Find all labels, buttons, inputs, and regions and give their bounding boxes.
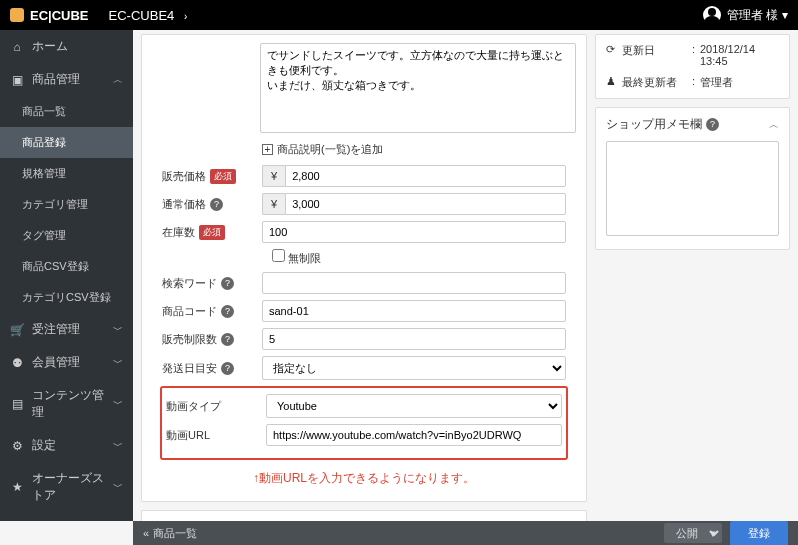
- sidebar-item-category[interactable]: カテゴリ管理: [0, 189, 133, 220]
- description-textarea[interactable]: [260, 43, 576, 133]
- row-price: 販売価格必須 ¥: [152, 165, 576, 187]
- row-video-url: 動画URL: [162, 424, 566, 446]
- sidebar-item-setting[interactable]: ⚙ 設定 ﹀: [0, 429, 133, 462]
- sidebar-item-info[interactable]: ℹ 情報 ﹀: [0, 512, 133, 521]
- center-column: +商品説明(一覧)を追加 販売価格必須 ¥ 通常価格? ¥ 在庫数必須: [141, 30, 587, 521]
- normal-price-input[interactable]: [285, 193, 566, 215]
- chevron-right-icon: ›: [184, 11, 187, 22]
- refresh-icon: ⟳: [606, 43, 622, 67]
- video-url-input[interactable]: [266, 424, 562, 446]
- page-icon: ▤: [10, 397, 24, 411]
- row-stock: 在庫数必須: [152, 221, 576, 243]
- row-video-type: 動画タイプ Youtube: [162, 394, 566, 418]
- currency-addon: ¥: [262, 193, 285, 215]
- search-word-input[interactable]: [262, 272, 566, 294]
- main-container: ⌂ ホーム ▣ 商品管理 ︿ 商品一覧 商品登録 規格管理 カテゴリ管理 タグ管…: [0, 30, 798, 521]
- caret-up-icon: ︿: [769, 118, 779, 132]
- help-icon[interactable]: ?: [221, 362, 234, 375]
- logo-icon: [10, 8, 24, 22]
- caret-down-icon: ﹀: [113, 480, 123, 494]
- help-icon[interactable]: ?: [706, 118, 719, 131]
- code-input[interactable]: [262, 300, 566, 322]
- double-left-icon: «: [143, 527, 149, 539]
- brand-sub[interactable]: EC-CUBE4 ›: [109, 8, 188, 23]
- memo-panel: ショップ用メモ欄 ? ︿: [595, 107, 790, 250]
- gear-icon: ⚙: [10, 439, 24, 453]
- sidebar-item-product[interactable]: ▣ 商品管理 ︿: [0, 63, 133, 96]
- main-area: +商品説明(一覧)を追加 販売価格必須 ¥ 通常価格? ¥ 在庫数必須: [133, 30, 798, 521]
- spec-info-panel: 商品規格情報 ? ︿ この商品の規格を確認: [141, 510, 587, 521]
- top-header: EC|CUBE EC-CUBE4 › 管理者 様 ▾: [0, 0, 798, 30]
- box-icon: ▣: [10, 73, 24, 87]
- star-icon: ★: [10, 480, 24, 494]
- currency-addon: ¥: [262, 165, 285, 187]
- row-limit: 販売制限数?: [152, 328, 576, 350]
- row-unlimited: 無制限: [262, 249, 576, 272]
- help-icon[interactable]: ?: [221, 333, 234, 346]
- logo[interactable]: EC|CUBE: [10, 8, 89, 23]
- caret-down-icon: ﹀: [113, 356, 123, 370]
- sidebar-item-home[interactable]: ⌂ ホーム: [0, 30, 133, 63]
- row-search-word: 検索ワード?: [152, 272, 576, 294]
- delivery-select[interactable]: 指定なし: [262, 356, 566, 380]
- caret-down-icon: ▾: [782, 8, 788, 22]
- caret-down-icon: ﹀: [113, 439, 123, 453]
- sidebar-item-spec[interactable]: 規格管理: [0, 158, 133, 189]
- sidebar-item-owners[interactable]: ★ オーナーズストア ﹀: [0, 462, 133, 512]
- footer-bar: « 商品一覧 公開 ▾ 登録: [133, 521, 798, 545]
- sidebar-item-category-csv[interactable]: カテゴリCSV登録: [0, 282, 133, 313]
- user-menu[interactable]: 管理者 様 ▾: [703, 6, 788, 24]
- sidebar-item-product-new[interactable]: 商品登録: [0, 127, 133, 158]
- home-icon: ⌂: [10, 40, 24, 54]
- person-icon: ♟: [606, 75, 622, 90]
- footer-back[interactable]: « 商品一覧: [143, 526, 197, 541]
- add-description-link[interactable]: +商品説明(一覧)を追加: [262, 142, 576, 157]
- annotation-text: ↑動画URLを入力できるようになります。: [152, 464, 576, 493]
- sidebar-item-member[interactable]: ⚉ 会員管理 ﹀: [0, 346, 133, 379]
- row-normal-price: 通常価格? ¥: [152, 193, 576, 215]
- cart-icon: 🛒: [10, 323, 24, 337]
- stock-input[interactable]: [262, 221, 566, 243]
- video-type-select[interactable]: Youtube: [266, 394, 562, 418]
- user-avatar-icon: [703, 6, 721, 24]
- row-code: 商品コード?: [152, 300, 576, 322]
- price-input[interactable]: [285, 165, 566, 187]
- users-icon: ⚉: [10, 356, 24, 370]
- brand-text: EC|CUBE: [30, 8, 89, 23]
- caret-up-icon: ︿: [113, 73, 123, 87]
- required-badge: 必須: [199, 225, 225, 240]
- unlimited-checkbox[interactable]: [272, 249, 285, 262]
- right-column: ⟳ 更新日 : 2018/12/14 13:45 ♟ 最終更新者 : 管理者 シ…: [595, 30, 790, 521]
- visibility-select[interactable]: 公開: [664, 523, 722, 543]
- help-icon[interactable]: ?: [210, 198, 223, 211]
- memo-header[interactable]: ショップ用メモ欄 ? ︿: [596, 108, 789, 141]
- meta-info-panel: ⟳ 更新日 : 2018/12/14 13:45 ♟ 最終更新者 : 管理者: [595, 34, 790, 99]
- sidebar-item-tag[interactable]: タグ管理: [0, 220, 133, 251]
- help-icon[interactable]: ?: [221, 305, 234, 318]
- video-highlight-box: 動画タイプ Youtube 動画URL: [160, 386, 568, 460]
- user-label: 管理者 様: [727, 7, 778, 24]
- limit-input[interactable]: [262, 328, 566, 350]
- required-badge: 必須: [210, 169, 236, 184]
- memo-textarea[interactable]: [606, 141, 779, 236]
- sidebar-item-order[interactable]: 🛒 受注管理 ﹀: [0, 313, 133, 346]
- caret-down-icon: ﹀: [113, 397, 123, 411]
- sidebar-item-content[interactable]: ▤ コンテンツ管理 ﹀: [0, 379, 133, 429]
- spec-info-header[interactable]: 商品規格情報 ? ︿: [142, 511, 586, 521]
- plus-icon: +: [262, 144, 273, 155]
- sidebar-item-product-csv[interactable]: 商品CSV登録: [0, 251, 133, 282]
- help-icon[interactable]: ?: [221, 277, 234, 290]
- sidebar-item-product-list[interactable]: 商品一覧: [0, 96, 133, 127]
- sidebar: ⌂ ホーム ▣ 商品管理 ︿ 商品一覧 商品登録 規格管理 カテゴリ管理 タグ管…: [0, 30, 133, 521]
- product-form-panel: +商品説明(一覧)を追加 販売価格必須 ¥ 通常価格? ¥ 在庫数必須: [141, 34, 587, 502]
- row-delivery: 発送日目安? 指定なし: [152, 356, 576, 380]
- caret-down-icon: ﹀: [113, 323, 123, 337]
- register-button[interactable]: 登録: [730, 521, 788, 546]
